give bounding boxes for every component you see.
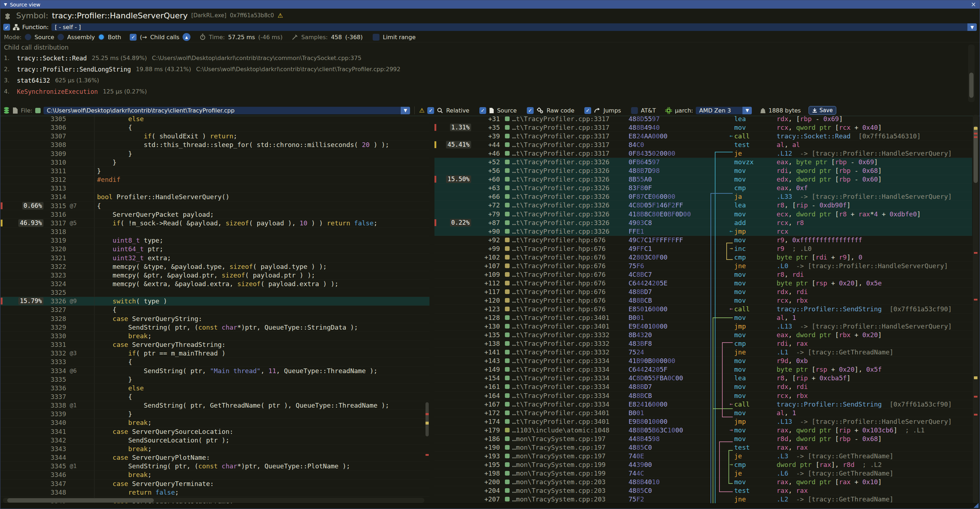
uarch-dropdown[interactable]: AMD Zen 3 ▼ — [696, 107, 752, 114]
asm-row[interactable]: +46…t\TracyProfiler.cpp:33170F8435020000… — [434, 149, 972, 158]
asm-row[interactable]: +190…mon\TracySystem.cpp:1974885C0testra… — [434, 443, 972, 452]
asm-row[interactable]: +52…t\TracyProfiler.cpp:33260FB64597movz… — [434, 158, 972, 166]
source-line[interactable]: 3343 break; — [1, 445, 430, 453]
radio-both[interactable] — [98, 34, 105, 40]
asm-row[interactable]: +167…t\TracyProfiler.cpp:3334E824160000←… — [434, 400, 972, 409]
child-call-scrollbar[interactable] — [968, 45, 975, 102]
asm-row[interactable]: +204…mon\TracySystem.cpp:2034885C0testra… — [434, 486, 972, 495]
radio-assembly[interactable] — [57, 34, 64, 40]
resize-grip[interactable] — [974, 503, 978, 508]
source-line[interactable]: 3329 SendString( ptr, (const char*)ptr, … — [1, 323, 430, 332]
source-line[interactable]: 3308 std::this_thread::sleep_for( std::c… — [1, 140, 430, 149]
att-checkbox[interactable] — [631, 107, 638, 114]
asm-row[interactable]: +135…t\TracyProfiler.cpp:33328B4320movea… — [434, 331, 972, 339]
source-line[interactable]: 3330 break; — [1, 332, 430, 340]
source-line[interactable]: 15.79%3326@9 switch( type ) — [1, 297, 430, 305]
child-calls-checkbox[interactable]: ✓ — [130, 34, 137, 41]
source-line[interactable]: 3307 if( shouldExit ) return; — [1, 132, 430, 140]
source-line[interactable]: 3345@1 SendString( ptr, (const char*)ptr… — [1, 462, 430, 471]
source-line[interactable]: 3323 memcpy( &ptr, &payload.ptr, sizeof(… — [1, 271, 430, 280]
asm-row[interactable]: +186…mon\TracySystem.cpp:197448B4598movr… — [434, 434, 972, 443]
source-line[interactable]: 3322 memcpy( &type, &payload.type, sizeo… — [1, 262, 430, 271]
file-dropdown[interactable]: C:\Users\wolf\Desktop\darkrl\contrib\tra… — [43, 107, 410, 114]
asm-row[interactable]: +107…t\TracyProfiler.hpp:67675F6jne.L0 -… — [434, 262, 972, 270]
asm-row[interactable]: +92…t\TracyProfiler.hpp:67649C7C1FFFFFFF… — [434, 236, 972, 245]
source-line[interactable]: 3348 return false; — [1, 488, 430, 497]
source-line[interactable]: 3320 uint64_t ptr; — [1, 245, 430, 253]
child-call-item[interactable]: 4.KeSynchronizeExecution125 μs (0.27%) — [4, 86, 980, 97]
source-line[interactable]: 3310 } — [1, 158, 430, 167]
source-line[interactable]: 3321 uint32_t extra; — [1, 254, 430, 262]
source-line[interactable]: 3314bool Profiler::HandleServerQuery() — [1, 192, 430, 201]
asm-row[interactable]: 15.50%+60…t\TracyProfiler.cpp:33268B55A0… — [434, 175, 972, 184]
asm-row[interactable]: +120…t\TracyProfiler.hpp:676488BCBmovrcx… — [434, 296, 972, 305]
function-checkbox[interactable]: ✓ — [3, 24, 10, 30]
function-dropdown[interactable]: [ - self - ] ▼ — [51, 23, 977, 31]
source-line[interactable]: 3331 case ServerQueryThreadString: — [1, 340, 430, 349]
asm-row[interactable]: +117…t\TracyProfiler.hpp:676488BD7movrdx… — [434, 288, 972, 296]
source-checkbox[interactable]: ✓ — [479, 107, 486, 114]
collapse-distribution-button[interactable]: ▲ — [183, 33, 191, 41]
assembly-pane[interactable]: +31…t\TracyProfiler.cpp:3317488D5597lear… — [434, 115, 979, 504]
asm-row[interactable]: +63…t\TracyProfiler.cpp:332683F80Fcmpeax… — [434, 184, 972, 192]
asm-row[interactable]: +200…mon\TracySystem.cpp:203488B4010movr… — [434, 478, 972, 486]
radio-source[interactable] — [25, 34, 31, 40]
asm-row[interactable]: +99…t\TracyProfiler.hpp:67649FFC1→incr9 … — [434, 245, 972, 253]
asm-row[interactable]: +66…t\TracyProfiler.cpp:33260F87CE060000… — [434, 192, 972, 201]
asm-row[interactable]: +128…t\TracyProfiler.cpp:3401B001moval, … — [434, 313, 972, 322]
chevron-down-icon[interactable]: ▼ — [967, 23, 977, 31]
asm-row[interactable]: +141…t\TracyProfiler.cpp:33327524jne.L1 … — [434, 348, 972, 356]
source-line[interactable]: 3337 { — [1, 393, 430, 401]
save-button[interactable]: Save — [808, 106, 836, 115]
source-line[interactable]: 3318 — [1, 227, 430, 236]
asm-row[interactable]: +130…t\TracyProfiler.cpp:3401E9E4010000j… — [434, 322, 972, 331]
asm-row[interactable]: +149…t\TracyProfiler.cpp:3334C64424205Fm… — [434, 365, 972, 374]
source-line[interactable]: 3332@3 if( ptr == m_mainThread ) — [1, 349, 430, 358]
asm-row[interactable]: 45.41%+44…t\TracyProfiler.cpp:331784C0te… — [434, 140, 972, 149]
source-line[interactable]: 3313 — [1, 184, 430, 192]
source-line[interactable]: 3327 { — [1, 305, 430, 314]
asm-row[interactable]: +123…t\TracyProfiler.hpp:676E850160000←c… — [434, 305, 972, 313]
asm-row[interactable]: +143…t\TracyProfiler.cpp:333441B90B00000… — [434, 356, 972, 365]
raw-code-checkbox[interactable]: ✓ — [527, 107, 534, 114]
source-line[interactable]: 3325 — [1, 288, 430, 297]
source-line[interactable]: 3341 case ServerQuerySourceLocation: — [1, 428, 430, 436]
source-line[interactable]: 46.93%3317@5 if( !m_sock->Read( &payload… — [1, 219, 430, 227]
child-call-item[interactable]: 3.stat64i32625 μs (1.36%) — [4, 75, 980, 86]
asm-row[interactable]: +195…mon\TracySystem.cpp:199443900→cmpdw… — [434, 460, 972, 469]
child-call-item[interactable]: 2.tracy::Profiler::SendLongString19.88 m… — [4, 64, 980, 75]
close-icon[interactable]: × — [971, 2, 976, 8]
asm-row[interactable]: +109…t\TracyProfiler.hpp:6764C8BC7movr8,… — [434, 270, 972, 279]
source-line[interactable]: 3309 } — [1, 150, 430, 158]
asm-row[interactable]: +102…t\TracyProfiler.hpp:67642803C0F00cm… — [434, 253, 972, 262]
source-line[interactable]: 3311} — [1, 167, 430, 175]
jumps-checkbox[interactable]: ✓ — [584, 107, 591, 114]
asm-row[interactable]: +207…mon\TracySystem.cpp:20375F2jne.L2 -… — [434, 495, 972, 504]
source-line[interactable]: 3305 else — [1, 115, 430, 123]
source-line[interactable]: 3340 break; — [1, 418, 430, 427]
asm-row[interactable]: +39…t\TracyProfiler.cpp:3317E824AA0000←c… — [434, 132, 972, 140]
asm-row[interactable]: +179…1103\include\atomic:1048488B05B63C1… — [434, 426, 972, 434]
asm-row[interactable]: 0.22%+87…t\TracyProfiler.cpp:33264903C8a… — [434, 219, 972, 227]
assembly-vertical-scrollbar[interactable] — [973, 115, 978, 504]
asm-row[interactable]: 1.31%+35…t\TracyProfiler.cpp:3317488B494… — [434, 123, 972, 132]
limit-range-checkbox[interactable] — [373, 34, 380, 41]
asm-row[interactable]: +79…t\TracyProfiler.cpp:3326418B8C80E0BF… — [434, 210, 972, 219]
source-pane[interactable]: 3305 else3306 {3307 if( shouldExit ) ret… — [1, 115, 430, 504]
asm-row[interactable]: +138…t\TracyProfiler.cpp:3332483BF8cmprd… — [434, 339, 972, 348]
source-line[interactable]: 3334@6 SendString( ptr, "Main thread", 1… — [1, 367, 430, 375]
source-line[interactable]: 3319 uint8_t type; — [1, 236, 430, 245]
source-line[interactable]: 3335 } — [1, 375, 430, 384]
source-line[interactable]: 3306 { — [1, 123, 430, 132]
source-line[interactable]: 3338@1 SendString( ptr, GetThreadName( p… — [1, 401, 430, 410]
source-line[interactable]: 3346 break; — [1, 471, 430, 479]
asm-row[interactable]: +198…mon\TracySystem.cpp:199744Cje.L6 ->… — [434, 469, 972, 478]
asm-row[interactable]: +112…t\TracyProfiler.hpp:676C64424205Emo… — [434, 279, 972, 288]
collapse-icon[interactable]: ▼ — [4, 2, 7, 7]
relative-checkbox[interactable]: ✓ — [427, 107, 434, 114]
source-line[interactable]: 3312#endif — [1, 175, 430, 184]
source-line[interactable]: 3328 case ServerQueryString: — [1, 315, 430, 323]
source-vertical-scrollbar[interactable] — [425, 115, 430, 497]
source-line[interactable]: 0.66%3315@7{ — [1, 202, 430, 210]
source-line[interactable]: 3347 case ServerQueryTerminate: — [1, 480, 430, 488]
